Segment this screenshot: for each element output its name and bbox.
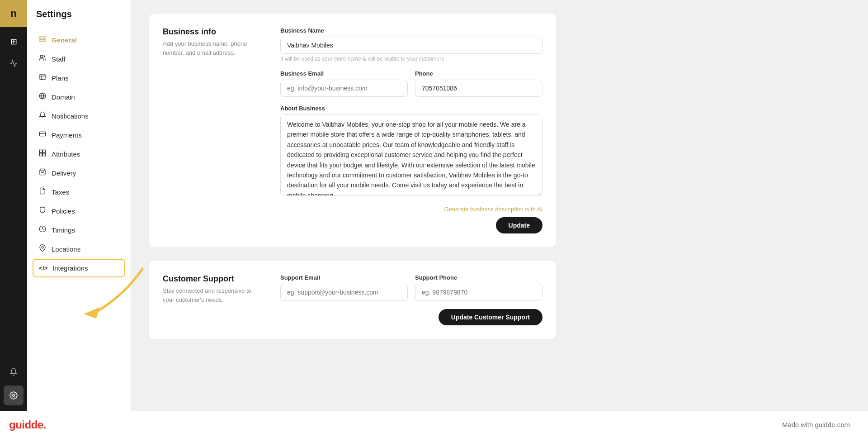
sidebar-item-label-integrations: Integrations [52, 264, 88, 272]
svg-rect-14 [43, 150, 46, 152]
business-info-title: Business info [163, 27, 262, 37]
policies-icon [38, 206, 47, 215]
sidebar-item-general[interactable]: General [33, 31, 125, 49]
support-phone-label: Support Phone [415, 274, 542, 281]
svg-point-5 [40, 55, 42, 57]
sidebar-item-label-attributes: Attributes [52, 150, 80, 158]
update-button[interactable]: Update [496, 217, 542, 233]
icon-nav-bell[interactable] [4, 362, 24, 382]
sidebar-item-label-delivery: Delivery [52, 169, 76, 177]
svg-rect-2 [43, 36, 45, 38]
sidebar-item-staff[interactable]: Staff [33, 50, 125, 68]
support-email-label: Support Email [280, 274, 408, 281]
sidebar-item-label-domain: Domain [52, 93, 75, 101]
sidebar-item-domain[interactable]: Domain [33, 88, 125, 106]
plans-icon [38, 73, 47, 82]
icon-nav-grid[interactable]: ⊞ [4, 32, 24, 52]
customer-support-card: Customer Support Stay connected and resp… [149, 261, 556, 339]
customer-support-title: Customer Support [163, 274, 262, 284]
footer-logo: guidde. [9, 419, 46, 431]
svg-rect-15 [39, 153, 42, 156]
sidebar-item-label-timings: Timings [52, 226, 75, 234]
sidebar-item-policies[interactable]: Policies [33, 202, 125, 220]
notifications-icon [38, 111, 47, 120]
svg-point-0 [13, 395, 15, 397]
business-name-label: Business Name [280, 27, 542, 34]
svg-point-19 [42, 247, 43, 248]
sidebar-item-payments[interactable]: Payments [33, 126, 125, 144]
icon-nav-chart[interactable] [4, 53, 24, 73]
sidebar-item-timings[interactable]: Timings [33, 221, 125, 239]
business-info-card: Business info Add your business name, ph… [149, 14, 556, 247]
support-phone-input[interactable] [415, 284, 542, 301]
svg-rect-16 [43, 153, 46, 156]
sidebar-item-attributes[interactable]: Attributes [33, 145, 125, 163]
sidebar-item-label-payments: Payments [52, 131, 82, 139]
sidebar-item-locations[interactable]: Locations [33, 240, 125, 258]
svg-rect-1 [40, 36, 42, 38]
page-title: Settings [27, 0, 131, 27]
support-email-input[interactable] [280, 284, 408, 301]
taxes-icon [38, 187, 47, 196]
sidebar-nav: General Staff Plans Domain [27, 27, 131, 411]
locations-icon [38, 244, 47, 253]
main-content: Business info Add your business name, ph… [131, 0, 868, 411]
delivery-icon [38, 168, 47, 177]
app-logo: n [0, 0, 27, 27]
sidebar-item-integrations[interactable]: </> Integrations [33, 259, 125, 277]
sidebar-item-label-policies: Policies [52, 207, 75, 215]
integrations-icon: </> [39, 265, 48, 271]
phone-input[interactable] [415, 80, 542, 97]
attributes-icon [38, 149, 47, 158]
about-textarea[interactable]: Welcome to Vaibhav Mobiles, your one-sto… [280, 114, 542, 196]
customer-support-desc: Stay connected and responsive to your cu… [163, 286, 262, 304]
staff-icon [38, 54, 47, 63]
ai-generate-link[interactable]: Generate business description with AI [280, 206, 542, 213]
timings-icon [38, 225, 47, 234]
business-email-label: Business Email [280, 70, 408, 77]
svg-rect-4 [43, 39, 45, 42]
sidebar-item-label-taxes: Taxes [52, 188, 69, 196]
domain-icon [38, 92, 47, 101]
about-label: About Business [280, 105, 542, 112]
payments-icon [38, 130, 47, 139]
update-customer-support-button[interactable]: Update Customer Support [439, 309, 542, 325]
sidebar-item-label-staff: Staff [52, 55, 66, 63]
svg-rect-3 [40, 39, 42, 42]
business-email-input[interactable] [280, 80, 408, 97]
sidebar: Settings General Staff Plans [27, 0, 131, 411]
sidebar-item-label-notifications: Notifications [52, 112, 89, 120]
business-name-hint: It will be used as your store name & wil… [280, 56, 542, 62]
footer: guidde. Made with guidde.com [0, 411, 868, 438]
sidebar-item-taxes[interactable]: Taxes [33, 183, 125, 201]
icon-nav: n ⊞ [0, 0, 27, 411]
sidebar-item-delivery[interactable]: Delivery [33, 164, 125, 182]
svg-rect-13 [39, 150, 42, 152]
sidebar-item-label-general: General [52, 36, 77, 44]
icon-nav-settings[interactable] [4, 386, 24, 405]
phone-label: Phone [415, 70, 542, 77]
footer-tagline: Made with guidde.com [782, 421, 850, 428]
sidebar-item-plans[interactable]: Plans [33, 69, 125, 87]
business-name-input[interactable] [280, 37, 542, 54]
sidebar-item-label-plans: Plans [52, 74, 69, 82]
sidebar-item-notifications[interactable]: Notifications [33, 107, 125, 125]
svg-rect-11 [39, 132, 45, 136]
svg-rect-6 [40, 74, 45, 80]
business-info-desc: Add your business name, phone number, an… [163, 39, 262, 57]
sidebar-item-label-locations: Locations [52, 245, 80, 253]
general-icon [38, 35, 47, 44]
